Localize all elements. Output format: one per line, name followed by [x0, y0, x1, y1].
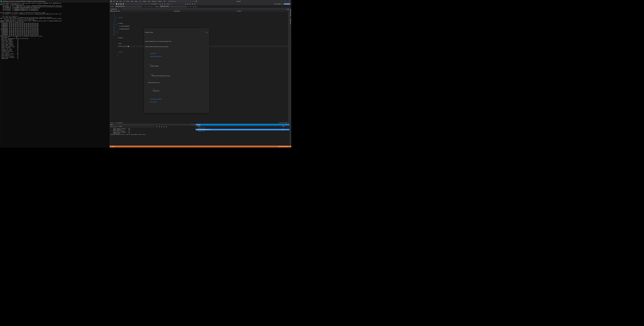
tb-icon-c[interactable]: ▦	[189, 3, 191, 5]
col-name[interactable]: Name	[197, 126, 282, 127]
open-exception-settings-link[interactable]: Open Exception Settings	[150, 99, 162, 100]
save-all-icon[interactable]: 💾	[122, 3, 124, 5]
exception-pin-icon[interactable]: 📌	[206, 32, 206, 33]
tb-icon-d[interactable]: ▦	[191, 3, 193, 5]
notifications-icon[interactable]: 🔔	[290, 146, 290, 147]
cs-row-external1[interactable]: [External Code]	[196, 127, 290, 129]
output-body[interactable]: Intra object redzone: bb ASan internal: …	[110, 128, 196, 147]
thread-dropdown[interactable]: [24608] Main Thread	[160, 6, 187, 7]
nav-add-icon[interactable]: ＋	[288, 10, 290, 12]
indent-indicator[interactable]: SPC	[285, 122, 287, 123]
thread-flag-icon[interactable]: ⚑	[187, 6, 189, 7]
redo-icon[interactable]: ↷	[128, 3, 130, 5]
exception-close-icon[interactable]: ✕	[207, 32, 208, 33]
stop-icon[interactable]: ■	[169, 3, 171, 5]
tb-icon-e[interactable]: ▦	[194, 3, 196, 5]
process-dropdown[interactable]: [33336] example1.exe	[115, 6, 142, 7]
menu-window[interactable]: Window	[158, 0, 163, 2]
module-checkbox[interactable]	[153, 89, 154, 90]
output-tb-5[interactable]: ▦	[165, 126, 167, 128]
code-area[interactable]: char *x; void foo() { char stack_buffer[…	[117, 12, 288, 122]
vs-logo-icon[interactable]	[110, 0, 112, 2]
open-icon[interactable]: 📂	[118, 3, 120, 5]
step-into-icon[interactable]: ↓	[177, 3, 179, 5]
edit-conditions-link[interactable]: Edit Conditions	[150, 101, 157, 102]
restart-icon[interactable]: ⟳	[172, 3, 174, 5]
lineend-indicator[interactable]: LF	[288, 122, 289, 123]
resize-grip-icon[interactable]: ◢	[208, 111, 209, 112]
console-title-bar[interactable]: c:\MSDN\cpp-docs-pr\docs\c-language\ASAN…	[0, 0, 110, 2]
glyph-margin[interactable]	[110, 12, 111, 122]
menu-project[interactable]: Project	[126, 0, 130, 2]
live-share-admin-icon[interactable]: 🛡	[282, 3, 282, 4]
cs-row-current[interactable]: ➡example1.exe!main() Line 12C++	[196, 129, 290, 130]
cs-dropdown-icon[interactable]: ▾	[286, 124, 286, 125]
tab-gear-icon[interactable]: ⚙	[288, 8, 289, 10]
start-live-share-link[interactable]: Start Live Share session...	[150, 56, 162, 57]
error-marker-icon[interactable]: ✕	[128, 46, 129, 47]
output-tb-2[interactable]: ▦	[158, 126, 160, 128]
zoom-chevron-icon[interactable]: ▾	[114, 122, 114, 123]
solution-platform-dropdown[interactable]	[141, 3, 150, 5]
close-button[interactable]: ✕	[287, 0, 291, 3]
call-stack-header[interactable]: Call Stack ▾ 📌 ✕	[196, 124, 290, 126]
col-lang[interactable]: Lang	[282, 126, 290, 127]
tb-icon-b[interactable]: ▦	[187, 3, 189, 5]
copy-details-link[interactable]: Copy Details	[150, 53, 156, 54]
nav-scope-dropdown[interactable]: (Global Scope)	[173, 10, 236, 11]
console-output[interactable]: ==33336==ERROR: AddressSanitizer: stack-…	[0, 2, 110, 147]
stack-frame2-icon[interactable]: ▦	[195, 6, 197, 7]
solution-explorer-tab[interactable]: Solution Explorer	[290, 8, 291, 17]
output-tb-4[interactable]: ▦	[163, 126, 165, 128]
menu-test[interactable]: Test	[138, 0, 142, 2]
live-share-button[interactable]: 👥 Live Share 🛡	[274, 3, 283, 4]
nav-member-dropdown[interactable]: ▣main()	[236, 10, 288, 12]
step-over-icon[interactable]: ↷	[179, 3, 181, 5]
nav-fwd-icon[interactable]: ◯	[112, 3, 114, 5]
menu-build[interactable]: Build	[130, 0, 134, 2]
issues-label[interactable]: No issues found	[116, 122, 123, 123]
nav-back-icon[interactable]: ◯	[110, 3, 112, 5]
solution-config-dropdown[interactable]	[131, 3, 141, 5]
menu-analyze[interactable]: Analyze	[142, 0, 147, 2]
menu-tools[interactable]: Tools	[147, 0, 151, 2]
outline-margin[interactable]: ⊟│││ ⊟││││││	[116, 12, 117, 122]
maximize-button[interactable]: ▢	[284, 0, 287, 3]
nav-project-dropdown[interactable]: 📁Miscellaneous Files	[110, 10, 173, 12]
output-dropdown-icon[interactable]: ▾	[192, 124, 192, 125]
zoom-level[interactable]: 111 %	[110, 122, 113, 123]
stack-frame-icon[interactable]: ▦	[192, 6, 194, 7]
pin-icon[interactable]: 📌	[118, 9, 119, 9]
save-icon[interactable]: 💾	[120, 3, 122, 5]
exception-settings-header[interactable]: Exception Settings	[150, 65, 159, 67]
search-box[interactable]: Search (Ctrl+Q) 🔍	[168, 0, 198, 2]
document-tab-example1[interactable]: example1.cpp 📌 ✕	[110, 8, 121, 10]
status-mode-icon[interactable]	[110, 146, 111, 147]
thread-flag2-icon[interactable]: ⚑	[190, 6, 192, 7]
step-out-icon[interactable]: ↑	[181, 3, 183, 5]
menu-git[interactable]: Git	[123, 0, 126, 2]
menu-edit[interactable]: Edit	[116, 0, 119, 2]
team-explorer-tab[interactable]: Team Explorer	[290, 17, 291, 25]
output-header[interactable]: Output ▾ 📌 ✕	[110, 124, 196, 126]
menu-view[interactable]: View	[119, 0, 122, 2]
output-pin-icon[interactable]: 📌	[193, 124, 194, 125]
expand-toggle-icon[interactable]	[150, 64, 151, 65]
menu-help[interactable]: Help	[163, 0, 166, 2]
undo-icon[interactable]: ↶	[126, 3, 128, 5]
menu-extensions[interactable]: Extensions	[151, 0, 158, 2]
code-editor[interactable]: 12345678910111213141516 ⊟│││ ⊟││││││ cha…	[110, 12, 290, 122]
continue-button[interactable]: ▶Continue▾	[151, 3, 158, 5]
cs-close-icon[interactable]: ✕	[288, 124, 289, 125]
line-indicator[interactable]: Ln: 12	[279, 122, 282, 123]
minimize-button[interactable]: —	[280, 0, 284, 3]
cs-row-external2[interactable]: [External Code]	[196, 130, 290, 132]
cs-pin-icon[interactable]: 📌	[286, 124, 288, 125]
close-tab-icon[interactable]: ✕	[120, 8, 120, 9]
cs-body[interactable]: [External Code] ➡example1.exe!main() Lin…	[196, 127, 290, 147]
add-source-control-button[interactable]: ↑ Add to Source Control ▴	[278, 146, 289, 147]
new-item-icon[interactable]: 📄	[116, 3, 118, 5]
show-next-icon[interactable]: →	[175, 3, 177, 5]
tb-icon-2[interactable]: ▦	[162, 3, 164, 5]
break-checkbox[interactable]	[152, 74, 152, 75]
